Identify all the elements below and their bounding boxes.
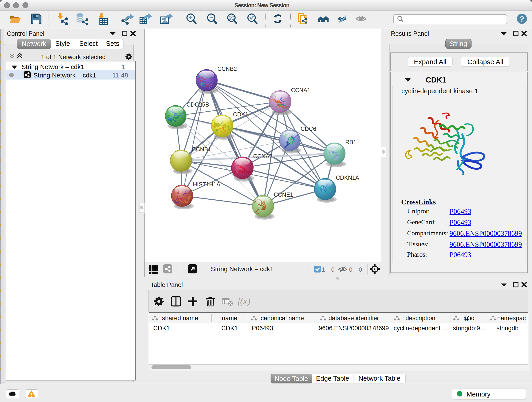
svg-text:RB1: RB1 [345,139,356,145]
svg-text:CDC25B: CDC25B [186,101,209,108]
svg-text:CDKN1A: CDKN1A [336,174,359,181]
svg-text:CDC6: CDC6 [301,126,316,132]
svg-text:CDK1: CDK1 [233,111,248,118]
svg-text:CCNA2: CCNA2 [253,153,273,160]
svg-text:CCNB2: CCNB2 [217,65,237,72]
svg-text:CCNE1: CCNE1 [274,191,293,198]
svg-text:HIST1H1A: HIST1H1A [193,181,220,187]
svg-text:CCNB1: CCNB1 [192,146,211,153]
svg-text:CCNA1: CCNA1 [291,87,310,93]
